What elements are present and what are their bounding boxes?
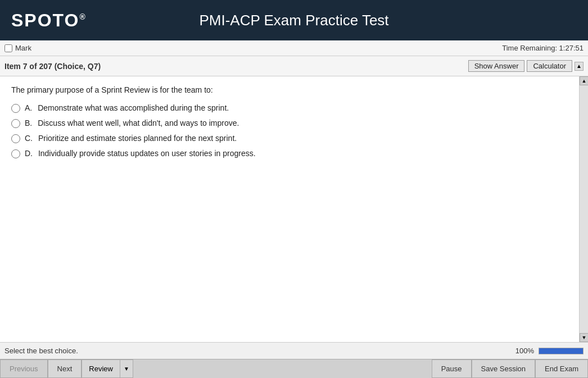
previous-button[interactable]: Previous [0, 359, 48, 378]
time-remaining: Time Remaining: 1:27:51 [502, 44, 584, 52]
mark-bar: Mark Time Remaining: 1:27:51 [0, 40, 588, 56]
review-button-group: Review ▼ [82, 359, 133, 378]
review-button[interactable]: Review [82, 359, 120, 378]
option-label-c: C. Prioritize and estimate stories plann… [25, 134, 237, 143]
bottom-nav: Previous Next Review ▼ Pause Save Sessio… [0, 359, 588, 378]
save-session-button[interactable]: Save Session [472, 359, 536, 378]
content-area: The primary purpose of a Sprint Review i… [0, 76, 579, 342]
footer-instruction: Select the best choice. 100% [0, 342, 588, 359]
pause-button[interactable]: Pause [432, 359, 472, 378]
option-row-c: C. Prioritize and estimate stories plann… [11, 134, 568, 143]
review-dropdown-button[interactable]: ▼ [120, 359, 133, 378]
progress-bar-fill [539, 348, 583, 354]
end-exam-button[interactable]: End Exam [535, 359, 588, 378]
progress-area: 100% [515, 347, 584, 355]
nav-spacer [133, 359, 432, 378]
logo-text: SPOTO [11, 10, 79, 30]
option-row-a: A. Demonstrate what was accomplished dur… [11, 103, 568, 113]
question-header-buttons: Show Answer Calculator ▲ [468, 60, 584, 72]
logo: SPOTO® [11, 10, 87, 31]
logo-sup: ® [79, 12, 86, 21]
show-answer-button[interactable]: Show Answer [468, 60, 525, 72]
progress-percent: 100% [515, 347, 534, 355]
scrollbar-down[interactable]: ▼ [580, 333, 588, 342]
option-row-b: B. Discuss what went well, what didn't, … [11, 119, 568, 128]
option-radio-d[interactable] [11, 149, 20, 158]
mark-label: Mark [15, 44, 31, 52]
option-label-b: B. Discuss what went well, what didn't, … [25, 119, 239, 127]
option-radio-a[interactable] [11, 104, 20, 113]
scrollbar-up[interactable]: ▲ [580, 76, 588, 85]
question-text: The primary purpose of a Sprint Review i… [11, 85, 568, 94]
instruction-text: Select the best choice. [4, 347, 78, 355]
item-info: Item 7 of 207 (Choice, Q7) [4, 62, 101, 71]
calculator-button[interactable]: Calculator [527, 60, 572, 72]
progress-bar-track [539, 348, 584, 354]
app-header: SPOTO® PMI-ACP Exam Practice Test [0, 0, 588, 40]
mark-section: Mark [4, 44, 31, 52]
page-title: PMI-ACP Exam Practice Test [199, 12, 388, 29]
option-radio-c[interactable] [11, 134, 20, 143]
nav-right: Pause Save Session End Exam [432, 359, 588, 378]
option-radio-b[interactable] [11, 119, 20, 128]
option-label-d: D. Individually provide status updates o… [25, 149, 256, 158]
question-header: Item 7 of 207 (Choice, Q7) Show Answer C… [0, 56, 588, 76]
nav-left: Previous Next Review ▼ [0, 359, 133, 378]
mark-checkbox[interactable] [4, 44, 12, 52]
scrollbar[interactable]: ▲ ▼ [579, 76, 588, 342]
option-row-d: D. Individually provide status updates o… [11, 149, 568, 158]
option-label-a: A. Demonstrate what was accomplished dur… [25, 103, 229, 112]
scroll-up-arrow[interactable]: ▲ [575, 62, 584, 71]
next-button[interactable]: Next [48, 359, 82, 378]
